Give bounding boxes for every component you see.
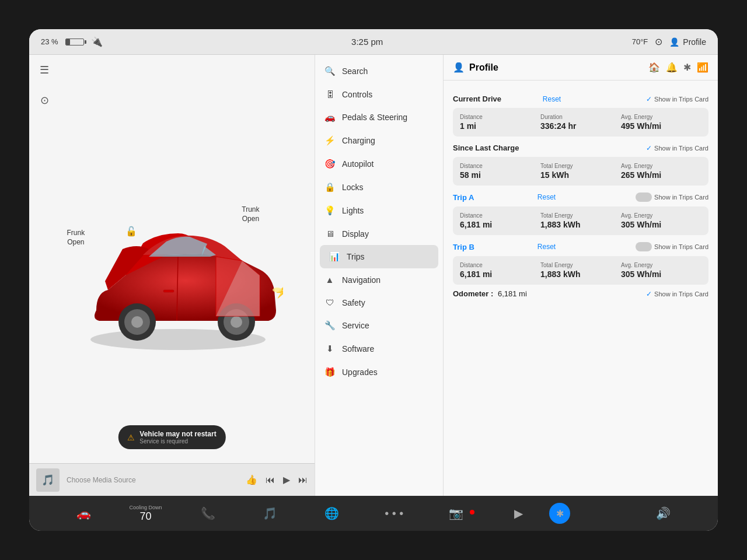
notification-dot	[470, 510, 474, 514]
taskbar-audio[interactable]: 🎵	[239, 506, 301, 520]
since-last-charge-header: Since Last Charge ✓ Show in Trips Card	[453, 144, 708, 152]
safety-icon: 🛡	[324, 298, 335, 307]
menu-label-search: Search	[342, 66, 368, 76]
trip-a-header: Trip A Reset Show in Trips Card	[453, 192, 708, 202]
current-drive-reset[interactable]: Reset	[543, 95, 561, 103]
bell-icon: 🔔	[666, 62, 678, 73]
menu-item-trips[interactable]: 📊 Trips	[320, 245, 438, 268]
media-controls: 👍 ⏮ ▶ ⏭	[246, 474, 308, 485]
upgrades-icon: 🎁	[324, 367, 335, 377]
current-drive-avg-energy: Avg. Energy 495 Wh/mi	[621, 114, 701, 131]
taskbar-camera[interactable]: 🌐	[301, 506, 363, 520]
trip-b-header: Trip B Reset Show in Trips Card	[453, 242, 708, 251]
trip-b-title: Trip B	[453, 243, 533, 251]
menu-item-navigation[interactable]: ▲ Navigation	[315, 268, 443, 291]
pedals-icon: 🚗	[324, 112, 335, 123]
status-time: 3:25 pm	[110, 37, 625, 47]
trip-b-avg-energy: Avg. Energy 305 Wh/mi	[621, 262, 701, 279]
trip-a-total-energy: Total Energy 1,883 kWh	[540, 212, 621, 229]
menu-item-controls[interactable]: 🎛 Controls	[315, 83, 443, 106]
warning-banner: ⚠ Vehicle may not restart Service is req…	[118, 425, 225, 449]
menu-item-lights[interactable]: 💡 Lights	[315, 199, 443, 222]
menu-item-display[interactable]: 🖥 Display	[315, 222, 443, 245]
media-thumbnail: 🎵	[36, 468, 60, 492]
trip-b-reset[interactable]: Reset	[537, 243, 556, 251]
play-btn[interactable]: ▶	[283, 474, 290, 485]
left-panel: ☰ ⊙ Frunk Open Trunk Open 🔓	[29, 55, 315, 496]
taskbar-dashcam[interactable]: 📷	[425, 506, 487, 520]
software-icon: ⬇	[324, 344, 335, 354]
menu-item-charging[interactable]: ⚡ Charging	[315, 129, 443, 152]
menu-label-safety: Safety	[342, 298, 365, 307]
search-icon: 🔍	[324, 66, 335, 76]
current-drive-title: Current Drive	[453, 94, 538, 103]
trip-b-show-trips: Show in Trips Card	[636, 242, 708, 251]
media-label: Choose Media Source	[67, 476, 239, 484]
trip-b-toggle[interactable]	[636, 242, 652, 251]
taskbar-bluetooth[interactable]: ✱	[549, 503, 570, 524]
service-icon: 🔧	[324, 320, 335, 331]
right-header: 👤 Profile 🏠 🔔 ✱ 📶	[444, 55, 718, 80]
menu-item-locks[interactable]: 🔒 Locks	[315, 176, 443, 199]
profile-icon: 👤	[669, 37, 679, 47]
odometer-row: Odometer : 6,181 mi ✓ Show in Trips Card	[453, 289, 708, 298]
next-btn[interactable]: ⏭	[298, 475, 308, 485]
trip-a-avg-energy: Avg. Energy 305 Wh/mi	[621, 212, 701, 229]
car-icons-top: ☰ ⊙	[35, 61, 54, 110]
status-temp: 70°F	[632, 37, 648, 46]
prev-btn[interactable]: ⏮	[266, 475, 275, 485]
menu-item-upgrades[interactable]: 🎁 Upgrades	[315, 360, 443, 384]
navigation-icon: ▲	[324, 275, 335, 285]
current-drive-show-trips: ✓ Show in Trips Card	[646, 95, 708, 103]
menu-label-service: Service	[342, 321, 369, 330]
svg-point-10	[273, 288, 282, 292]
taskbar-media-play[interactable]: ▶	[487, 506, 549, 520]
svg-point-4	[131, 316, 143, 328]
menu-item-autopilot[interactable]: 🎯 Autopilot	[315, 152, 443, 176]
menu-item-service[interactable]: 🔧 Service	[315, 314, 443, 337]
battery-percent: 23 %	[41, 37, 58, 46]
taskbar: 🚗 Cooling Down 70 📞 🎵 🌐 • • • 📷 ▶ ✱ 🔊	[29, 496, 718, 531]
taskbar-dots[interactable]: • • •	[363, 507, 425, 520]
warning-text: Vehicle may not restart Service is requi…	[139, 430, 216, 444]
menu-item-pedals[interactable]: 🚗 Pedals & Steering	[315, 106, 443, 129]
check-icon-current: ✓	[646, 95, 652, 103]
odometer-show-trips: ✓ Show in Trips Card	[646, 290, 708, 298]
profile-label: Profile	[683, 37, 706, 47]
bluetooth-header-icon: ✱	[683, 62, 691, 73]
menu-item-software[interactable]: ⬇ Software	[315, 337, 443, 360]
trip-a-toggle[interactable]	[636, 192, 652, 202]
header-icons: 🏠 🔔 ✱ 📶	[648, 62, 708, 73]
tire-icon: ⊙	[35, 91, 54, 110]
menu-label-display: Display	[342, 229, 369, 239]
trip-a-reset[interactable]: Reset	[537, 193, 556, 201]
trip-a-distance: Distance 6,181 mi	[460, 212, 540, 229]
menu-item-safety[interactable]: 🛡 Safety	[315, 291, 443, 314]
trips-content: Current Drive Reset ✓ Show in Trips Card…	[444, 80, 718, 310]
profile-header-icon: 👤	[453, 62, 465, 73]
taskbar-car[interactable]: 🚗	[53, 506, 114, 520]
since-last-charge-title: Since Last Charge	[453, 144, 550, 152]
trip-a-title: Trip A	[453, 193, 533, 202]
trips-icon: 📊	[329, 251, 340, 262]
taskbar-phone[interactable]: 📞	[177, 506, 239, 520]
thumbs-up-btn[interactable]: 👍	[246, 474, 257, 485]
taskbar-volume[interactable]: 🔊	[633, 506, 694, 520]
check-icon-odometer: ✓	[646, 290, 652, 298]
trip-b-total-energy: Total Energy 1,883 kWh	[540, 262, 621, 279]
since-total-energy: Total Energy 15 kWh	[540, 163, 621, 180]
trip-b-distance: Distance 6,181 mi	[460, 262, 540, 279]
menu-item-search[interactable]: 🔍 Search	[315, 60, 443, 83]
menu-label-software: Software	[342, 344, 374, 354]
current-drive-header: Current Drive Reset ✓ Show in Trips Card	[453, 94, 708, 103]
home-icon: 🏠	[648, 62, 660, 73]
car-image-area: Frunk Open Trunk Open 🔓	[50, 182, 295, 369]
status-profile[interactable]: 👤 Profile	[669, 37, 706, 47]
svg-rect-8	[163, 290, 174, 292]
current-drive-duration: Duration 336:24 hr	[540, 114, 621, 131]
warning-sub: Service is required	[139, 438, 216, 444]
trunk-label: Trunk Open	[242, 205, 259, 223]
menu-label-locks: Locks	[342, 183, 364, 192]
taskbar-temp[interactable]: Cooling Down 70	[114, 505, 176, 523]
autopilot-icon: 🎯	[324, 159, 335, 169]
